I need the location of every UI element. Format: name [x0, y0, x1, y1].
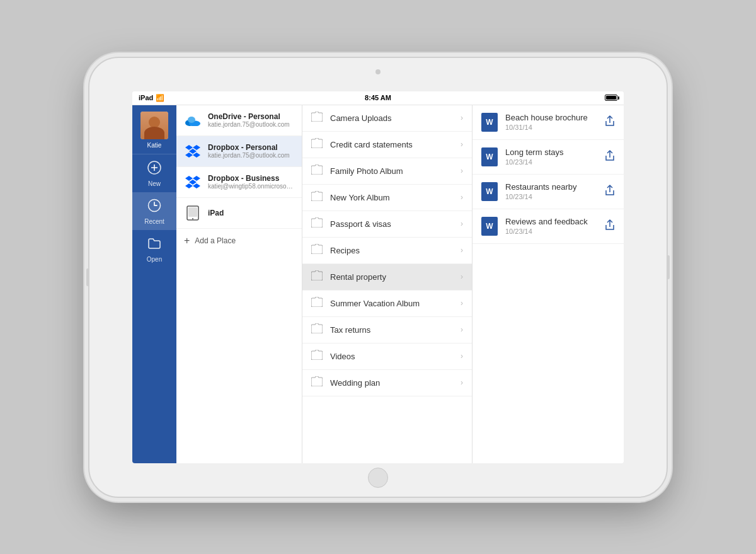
- chevron-icon: ›: [461, 378, 463, 387]
- word-icon: W: [481, 182, 498, 201]
- sidebar-item-new[interactable]: New: [132, 154, 176, 192]
- file-beach[interactable]: W Beach house brochure 10/31/14: [472, 105, 624, 140]
- folder-new-york[interactable]: New York Album ›: [302, 185, 472, 211]
- file-name: Restaurants nearby: [505, 182, 597, 192]
- account-info-dropbox-business: Dropbox - Business katiej@wingtip58.onmi…: [208, 174, 294, 190]
- avatar: [140, 112, 168, 139]
- svg-marker-10: [185, 153, 193, 158]
- chevron-icon: ›: [461, 352, 463, 361]
- screen: iPad 📶 8:45 AM Katie: [132, 91, 624, 463]
- svg-marker-11: [193, 153, 200, 158]
- file-name: Long term stays: [505, 147, 597, 157]
- svg-marker-14: [189, 180, 197, 185]
- account-name-dropbox-business: Dropbox - Business: [208, 174, 294, 183]
- sidebar-nav: Katie New: [132, 105, 176, 463]
- folder-recipes[interactable]: Recipes ›: [302, 238, 472, 264]
- folder-name: Credit card statements: [330, 140, 453, 149]
- account-email-dropbox-personal: katie.jordan.75@outlook.com: [208, 152, 294, 159]
- folder-name: Summer Vacation Album: [330, 299, 453, 308]
- folder-name: Rental property: [330, 272, 453, 282]
- folder-icon: [311, 164, 323, 178]
- open-label: Open: [147, 256, 162, 263]
- folder-wedding[interactable]: Wedding plan ›: [302, 370, 472, 396]
- account-dropbox-personal[interactable]: Dropbox - Personal katie.jordan.75@outlo…: [176, 136, 302, 167]
- folder-passport[interactable]: Passport & visas ›: [302, 211, 472, 238]
- recent-icon: [147, 199, 161, 216]
- chevron-icon: ›: [461, 193, 463, 202]
- open-icon: [147, 236, 161, 254]
- folder-icon: [311, 244, 323, 257]
- folder-tax[interactable]: Tax returns ›: [302, 317, 472, 343]
- file-info: Restaurants nearby 10/23/14: [505, 182, 597, 200]
- sidebar-item-recent[interactable]: Recent: [132, 192, 176, 230]
- app-body: Katie New: [132, 105, 624, 463]
- add-place[interactable]: + Add a Place: [176, 229, 302, 253]
- folder-credit-card[interactable]: Credit card statements ›: [302, 132, 472, 158]
- folder-name: Passport & visas: [330, 219, 453, 229]
- chevron-icon: ›: [461, 166, 463, 175]
- chevron-icon: ›: [461, 219, 463, 228]
- status-left: iPad 📶: [139, 94, 164, 102]
- folder-icon: [311, 112, 323, 125]
- file-long-term[interactable]: W Long term stays 10/23/14: [472, 140, 624, 175]
- account-info-dropbox-personal: Dropbox - Personal katie.jordan.75@outlo…: [208, 143, 294, 159]
- folder-family-photo[interactable]: Family Photo Album ›: [302, 158, 472, 185]
- chevron-icon: ›: [461, 299, 463, 308]
- account-ipad[interactable]: iPad: [176, 198, 302, 229]
- share-icon[interactable]: [605, 115, 615, 129]
- file-restaurants[interactable]: W Restaurants nearby 10/23/14: [472, 175, 624, 209]
- word-icon: W: [481, 217, 498, 236]
- time-display: 8:45 AM: [365, 94, 391, 101]
- battery-icon: [605, 95, 617, 101]
- folder-name: New York Album: [330, 193, 453, 202]
- user-name: Katie: [147, 142, 162, 149]
- svg-point-6: [188, 117, 195, 123]
- folder-name: Family Photo Album: [330, 166, 453, 176]
- folder-icon: [311, 350, 323, 363]
- avatar-image: [140, 112, 168, 139]
- file-name: Reviews and feedback: [505, 217, 597, 226]
- svg-marker-12: [185, 176, 193, 181]
- file-name: Beach house brochure: [505, 113, 597, 122]
- chevron-icon: ›: [461, 113, 463, 122]
- folder-icon: [311, 191, 323, 204]
- share-icon[interactable]: [605, 185, 615, 199]
- folder-rental[interactable]: Rental property ›: [302, 264, 472, 291]
- folder-icon: [311, 138, 323, 151]
- folder-camera-uploads[interactable]: Camera Uploads ›: [302, 105, 472, 132]
- folder-videos[interactable]: Videos ›: [302, 343, 472, 370]
- power-button[interactable]: [667, 255, 670, 279]
- svg-marker-16: [193, 183, 200, 188]
- account-onedrive-personal[interactable]: OneDrive - Personal katie.jordan.75@outl…: [176, 105, 302, 136]
- status-right: [605, 95, 617, 101]
- svg-marker-7: [185, 145, 193, 150]
- share-icon[interactable]: [605, 219, 615, 233]
- file-reviews[interactable]: W Reviews and feedback 10/23/14: [472, 209, 624, 244]
- share-icon[interactable]: [605, 150, 615, 164]
- dropbox-business-icon: [184, 173, 202, 191]
- chevron-icon: ›: [461, 140, 463, 149]
- word-icon: W: [481, 147, 498, 166]
- folder-summer[interactable]: Summer Vacation Album ›: [302, 291, 472, 317]
- user-profile[interactable]: Katie: [132, 105, 176, 154]
- volume-button[interactable]: [86, 268, 89, 286]
- sidebar-item-open[interactable]: Open: [132, 230, 176, 268]
- onedrive-icon: [184, 112, 202, 129]
- folders-panel: Camera Uploads › Credit card statements …: [302, 105, 472, 463]
- ipad-device: iPad 📶 8:45 AM Katie: [88, 57, 668, 498]
- folder-icon: [311, 376, 323, 390]
- account-dropbox-business[interactable]: Dropbox - Business katiej@wingtip58.onmi…: [176, 167, 302, 198]
- file-info: Reviews and feedback 10/23/14: [505, 217, 597, 235]
- add-place-label: Add a Place: [195, 236, 236, 245]
- ipad-icon: [184, 204, 202, 222]
- ipad-label: iPad: [139, 94, 153, 101]
- word-icon: W: [481, 113, 498, 132]
- dropbox-personal-icon: [184, 142, 202, 160]
- file-info: Long term stays 10/23/14: [505, 147, 597, 166]
- home-button[interactable]: [368, 468, 388, 488]
- svg-marker-8: [193, 145, 200, 150]
- account-email-onedrive: katie.jordan.75@outlook.com: [208, 121, 294, 128]
- file-date: 10/23/14: [505, 228, 597, 235]
- folder-name: Recipes: [330, 246, 453, 255]
- chevron-icon: ›: [461, 272, 463, 281]
